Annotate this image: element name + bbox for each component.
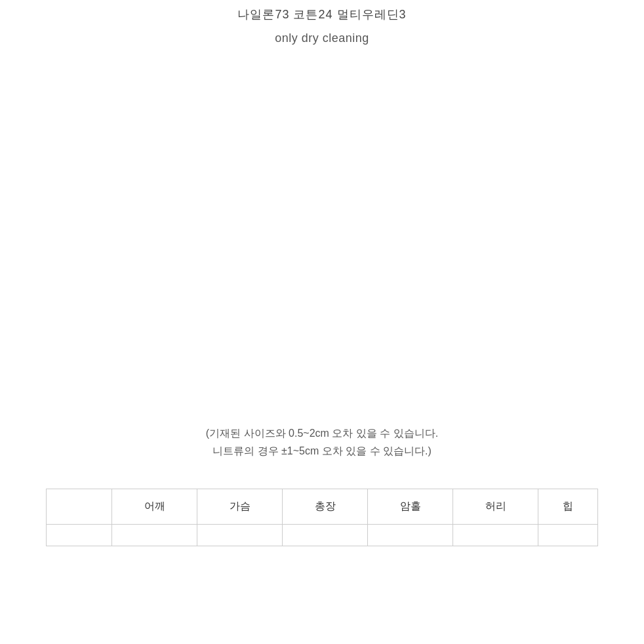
- size-note-line1: (기재된 사이즈와 0.5~2cm 오차 있을 수 있습니다.: [206, 428, 438, 439]
- table-header-empty: [47, 489, 112, 525]
- top-text-section: 나일론73 코튼24 멀티우레딘3 only dry cleaning: [0, 0, 644, 57]
- table-cell-shoulder-val: [112, 525, 197, 546]
- table-header-chest: 가슴: [197, 489, 283, 525]
- table-header-waist: 허리: [453, 489, 538, 525]
- table-header-shoulder: 어깨: [112, 489, 197, 525]
- table-cell-length-val: [283, 525, 368, 546]
- table-cell-size-label: [47, 525, 112, 546]
- dry-cleaning-text: only dry cleaning: [0, 31, 644, 45]
- page-container: 나일론73 코튼24 멀티우레딘3 only dry cleaning (기재된…: [0, 0, 644, 644]
- table-header-row: 어깨 가슴 총장 암홀 허리 힙: [47, 489, 598, 525]
- size-note-section: (기재된 사이즈와 0.5~2cm 오차 있을 수 있습니다. 니트류의 경우 …: [0, 411, 644, 473]
- size-table-wrapper: 어깨 가슴 총장 암홀 허리 힙: [0, 489, 644, 546]
- table-header-length: 총장: [283, 489, 368, 525]
- table-cell-chest-val: [197, 525, 283, 546]
- size-table: 어깨 가슴 총장 암홀 허리 힙: [46, 489, 598, 546]
- content-spacer: [0, 57, 644, 411]
- table-header-armhole: 암홀: [368, 489, 453, 525]
- size-note-line2: 니트류의 경우 ±1~5cm 오차 있을 수 있습니다.): [212, 445, 432, 456]
- table-cell-armhole-val: [368, 525, 453, 546]
- table-cell-waist-val: [453, 525, 538, 546]
- table-header-hip: 힙: [538, 489, 598, 525]
- table-cell-hip-val: [538, 525, 598, 546]
- korean-title: 나일론73 코튼24 멀티우레딘3: [0, 7, 644, 22]
- size-note-text: (기재된 사이즈와 0.5~2cm 오차 있을 수 있습니다. 니트류의 경우 …: [105, 424, 539, 460]
- table-row: [47, 525, 598, 546]
